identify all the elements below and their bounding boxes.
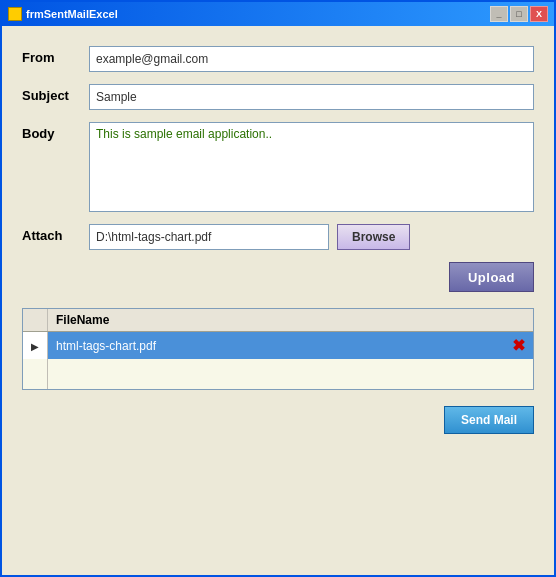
subject-row: Subject [22, 84, 534, 110]
empty-delete [503, 359, 533, 389]
table-col-selector [23, 309, 48, 332]
title-buttons: _ □ X [490, 6, 548, 22]
file-table-container: FileName ▶ html-tags-chart.pdf ✖ [22, 308, 534, 390]
table-col-delete [503, 309, 533, 332]
attach-label: Attach [22, 224, 77, 243]
send-row: Send Mail [22, 406, 534, 434]
title-bar-left: frmSentMailExcel [8, 7, 118, 21]
body-row: Body This is sample email application.. [22, 122, 534, 212]
delete-cell[interactable]: ✖ [503, 332, 533, 360]
window-title: frmSentMailExcel [26, 8, 118, 20]
main-window: frmSentMailExcel _ □ X From Subject Body… [0, 0, 556, 577]
maximize-button[interactable]: □ [510, 6, 528, 22]
empty-row [23, 359, 533, 389]
file-table: FileName ▶ html-tags-chart.pdf ✖ [23, 309, 533, 389]
close-button[interactable]: X [530, 6, 548, 22]
filename-text: html-tags-chart.pdf [56, 339, 156, 353]
subject-input[interactable] [89, 84, 534, 110]
title-bar: frmSentMailExcel _ □ X [2, 2, 554, 26]
table-col-filename: FileName [48, 309, 504, 332]
upload-row: Upload [22, 262, 534, 292]
delete-icon[interactable]: ✖ [512, 337, 525, 354]
table-header-row: FileName [23, 309, 533, 332]
row-selector-cell: ▶ [23, 332, 48, 360]
table-row: ▶ html-tags-chart.pdf ✖ [23, 332, 533, 360]
attach-row: Attach Browse [22, 224, 534, 250]
window-icon [8, 7, 22, 21]
form-content: From Subject Body This is sample email a… [2, 26, 554, 575]
subject-label: Subject [22, 84, 77, 103]
filename-cell: html-tags-chart.pdf [48, 332, 504, 360]
upload-button[interactable]: Upload [449, 262, 534, 292]
browse-button[interactable]: Browse [337, 224, 410, 250]
from-input[interactable] [89, 46, 534, 72]
empty-selector [23, 359, 48, 389]
row-arrow-icon: ▶ [31, 341, 39, 352]
empty-filename [48, 359, 504, 389]
from-row: From [22, 46, 534, 72]
send-mail-button[interactable]: Send Mail [444, 406, 534, 434]
attach-controls: Browse [89, 224, 410, 250]
body-label: Body [22, 122, 77, 141]
attach-input[interactable] [89, 224, 329, 250]
from-label: From [22, 46, 77, 65]
body-input[interactable]: This is sample email application.. [89, 122, 534, 212]
minimize-button[interactable]: _ [490, 6, 508, 22]
